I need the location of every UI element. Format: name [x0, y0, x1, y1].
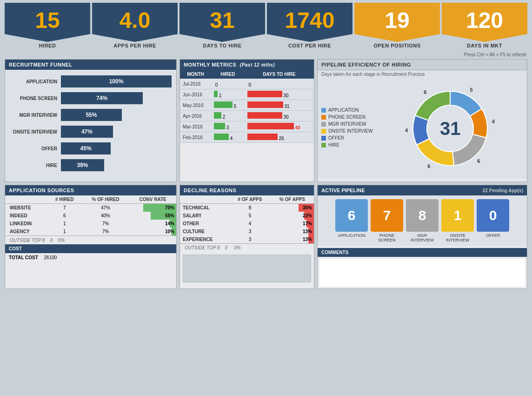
svg-text:4: 4	[405, 128, 408, 133]
sources-panel: APPLICATION SOURCES # HIRED % OF HIRED C…	[5, 185, 177, 289]
pipeline-card-wrap: 7 PHONE SCREEN	[371, 199, 403, 242]
svg-text:4: 4	[492, 119, 495, 124]
pipeline-cards: 6 APPLICATION 7 PHONE SCREEN 8 MGR INTER…	[321, 199, 523, 242]
monthly-row: Jul-2016 0 0	[180, 79, 314, 89]
funnel-body: APPLICATION 100% PHONE SCREEN 74% MGR IN…	[5, 70, 176, 181]
kpi-pennant: 19	[354, 3, 440, 42]
active-header: ACTIVE PIPELINE 22 Pending App(s)	[318, 185, 527, 195]
source-row: WEBSITE 7 47% 70%	[5, 204, 176, 212]
kpi-pennant: 4.0	[92, 3, 178, 42]
kpi-pennant: 1740	[267, 3, 352, 42]
svg-text:6: 6	[477, 158, 480, 164]
cost-row: TOTAL COST 26100	[5, 253, 176, 262]
decline-row: SALARY 5 22%	[180, 212, 314, 220]
svg-text:5: 5	[470, 87, 473, 93]
kpi-strip: 15 HIRED 4.0 APPS PER HIRE 31 DAYS TO HI…	[3, 3, 529, 48]
decline-table: # OF APPS % OF APPS TECHNICAL 8 35% SALA…	[180, 195, 314, 243]
funnel-row: HIRE 39%	[10, 159, 172, 171]
funnel-row: OFFER 45%	[10, 142, 172, 154]
kpi-pennant: 120	[442, 3, 527, 42]
kpi-block: 4.0 APPS PER HIRE	[92, 3, 178, 48]
active-panel: ACTIVE PIPELINE 22 Pending App(s) 6 APPL…	[317, 185, 527, 289]
legend-item: HIRE	[321, 142, 372, 148]
donut-center-value: 31	[440, 118, 461, 139]
donut-wrap: 546646 31	[377, 82, 523, 175]
pipeline-card-wrap: 0 OFFER	[477, 199, 509, 242]
pipeline-card: 1	[441, 199, 474, 232]
decline-spacer	[183, 255, 311, 282]
legend-item: ONSITE INTERVIEW	[321, 128, 372, 134]
legend-item: MGR INTERVIEW	[321, 121, 372, 127]
decline-row: OTHER 4 17%	[180, 220, 314, 228]
kpi-block: 31 DAYS TO HIRE	[180, 3, 265, 48]
pipeline-subtitle: Days taken for each stage in Recruitment…	[318, 70, 527, 78]
monthly-row: Apr-2016 2 30	[180, 111, 314, 121]
kpi-block: 15 HIRED	[5, 3, 90, 48]
pipeline-card-wrap: 8 MGR INTERVIEW	[406, 199, 439, 242]
pipeline-card-wrap: 1 ONSITE INTERVIEW	[441, 199, 474, 242]
svg-text:6: 6	[424, 89, 426, 95]
funnel-row: PHONE SCREEN 74%	[10, 92, 172, 104]
funnel-row: ONSITE INTERVIEW 47%	[10, 126, 172, 138]
funnel-row: APPLICATION 100%	[10, 75, 172, 87]
source-row: AGENCY 1 7% 10%	[5, 228, 176, 235]
pipeline-cards-area: 6 APPLICATION 7 PHONE SCREEN 8 MGR INTER…	[318, 195, 527, 246]
kpi-block: 120 DAYS IN MKT	[442, 3, 527, 48]
sources-outside-row: OUTSIDE TOP 8 0 0%	[5, 235, 176, 244]
pipeline-card-wrap: 6 APPLICATION	[335, 199, 368, 242]
decline-row: CULTURE 3 13%	[180, 228, 314, 235]
monthly-row: Mar-2016 3 40	[180, 121, 314, 132]
pipeline-card: 8	[406, 199, 439, 232]
monthly-header: MONTHLY METRICS (Past 12 mths)	[180, 60, 314, 70]
pipeline-header: PIPELINE EFFICIENCY OF HIRING	[318, 60, 527, 70]
kpi-block: 19 OPEN POSITIONS	[354, 3, 440, 48]
pipeline-legend: APPLICATIONPHONE SCREENMGR INTERVIEWONSI…	[321, 107, 372, 149]
kpi-pennant: 31	[180, 3, 265, 42]
monthly-panel: MONTHLY METRICS (Past 12 mths) MONTH HIR…	[180, 59, 314, 182]
pipeline-panel: PIPELINE EFFICIENCY OF HIRING Days taken…	[317, 59, 527, 182]
dashboard: 15 HIRED 4.0 APPS PER HIRE 31 DAYS TO HI…	[0, 0, 532, 292]
comments-body	[319, 259, 525, 287]
donut-segment	[415, 91, 450, 121]
sources-table: # HIRED % OF HIRED CONV RATE WEBSITE 7 4…	[5, 195, 176, 235]
sources-header: APPLICATION SOURCES	[5, 185, 176, 195]
source-row: INDEED 6 40% 55%	[5, 212, 176, 220]
decline-body: # OF APPS % OF APPS TECHNICAL 8 35% SALA…	[180, 195, 314, 282]
decline-row: TECHNICAL 8 35%	[180, 204, 314, 212]
monthly-row: Jun-2016 1 30	[180, 89, 314, 100]
sources-body: # HIRED % OF HIRED CONV RATE WEBSITE 7 4…	[5, 195, 176, 244]
monthly-table: MONTH HIRED DAYS TO HIRE Jul-2016 0 0 Ju…	[180, 70, 314, 143]
decline-outside-row: OUTSIDE TOP 8 0 0%	[180, 243, 314, 252]
decline-panel: DECLINE REASONS # OF APPS % OF APPS TECH…	[180, 185, 314, 289]
donut-segment	[452, 134, 486, 166]
svg-text:6: 6	[428, 163, 431, 169]
monthly-row: May-2016 5 31	[180, 100, 314, 111]
decline-row: EXPERIENCE 3 13%	[180, 235, 314, 243]
legend-item: OFFER	[321, 135, 372, 141]
decline-header: DECLINE REASONS	[180, 185, 314, 195]
refresh-hint: Press Ctrl + Alt + F5 to refresh	[3, 51, 529, 59]
cost-header: COST	[5, 244, 176, 253]
funnel-row: MGR INTERVIEW 55%	[10, 109, 172, 121]
funnel-header: RECRUITMENT FUNNEL	[5, 60, 176, 70]
legend-item: APPLICATION	[321, 107, 372, 113]
comments-header: COMMENTS	[318, 248, 527, 257]
donut-segment	[417, 139, 454, 166]
pipeline-card: 7	[371, 199, 403, 232]
legend-item: PHONE SCREEN	[321, 114, 372, 120]
kpi-pennant: 15	[5, 3, 90, 42]
pipeline-card: 0	[477, 199, 509, 232]
kpi-block: 1740 COST PER HIRE	[267, 3, 352, 48]
monthly-row: Feb-2016 4 26	[180, 132, 314, 143]
pipeline-card: 6	[335, 199, 368, 232]
source-row: LINKEDIN 1 7% 14%	[5, 220, 176, 228]
main-grid: RECRUITMENT FUNNEL APPLICATION 100% PHON…	[3, 59, 529, 289]
funnel-panel: RECRUITMENT FUNNEL APPLICATION 100% PHON…	[5, 59, 177, 182]
pipeline-body: APPLICATIONPHONE SCREENMGR INTERVIEWONSI…	[318, 78, 527, 179]
